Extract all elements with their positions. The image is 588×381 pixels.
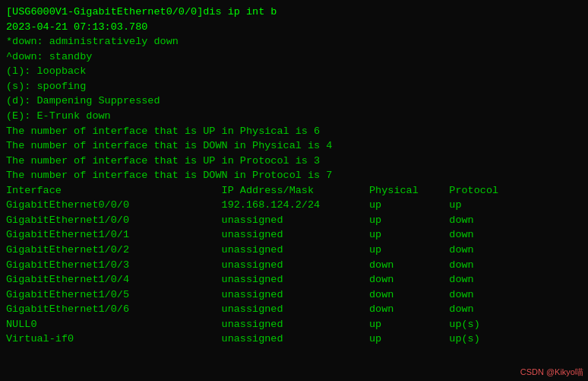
terminal-line: 2023-04-21 07:13:03.780: [6, 20, 582, 35]
terminal-line: The number of interface that is UP in Ph…: [6, 124, 582, 139]
terminal-line: GigabitEthernet1/0/6 unassigned down dow…: [6, 302, 582, 317]
terminal-line: NULL0 unassigned up up(s): [6, 317, 582, 332]
terminal-line: GigabitEthernet1/0/1 unassigned up down: [6, 227, 582, 243]
terminal-line: GigabitEthernet0/0/0 192.168.124.2/24 up…: [6, 198, 582, 213]
terminal-line: (d): Dampening Suppressed: [6, 94, 582, 109]
terminal-line: The number of interface that is DOWN in …: [6, 138, 582, 154]
terminal-line: Interface IP Address/Mask Physical Proto…: [6, 183, 582, 198]
terminal-line: GigabitEthernet1/0/5 unassigned down dow…: [6, 287, 582, 303]
terminal-line: [USG6000V1-GigabitEthernet0/0/0]dis ip i…: [6, 5, 582, 20]
terminal-line: (s): spoofing: [6, 79, 582, 94]
terminal-line: GigabitEthernet1/0/3 unassigned down dow…: [6, 258, 582, 273]
terminal-line: (l): loopback: [6, 64, 582, 79]
terminal-output: [USG6000V1-GigabitEthernet0/0/0]dis ip i…: [6, 5, 582, 347]
terminal-line: The number of interface that is DOWN in …: [6, 168, 582, 183]
watermark: CSDN @Kikyo喵: [520, 367, 583, 378]
terminal-line: (E): E-Trunk down: [6, 109, 582, 124]
terminal-line: GigabitEthernet1/0/0 unassigned up down: [6, 213, 582, 228]
terminal-window: [USG6000V1-GigabitEthernet0/0/0]dis ip i…: [0, 0, 588, 381]
terminal-line: The number of interface that is UP in Pr…: [6, 154, 582, 169]
watermark-site: CSDN: [520, 367, 544, 376]
terminal-line: ^down: standby: [6, 49, 582, 65]
terminal-line: *down: administratively down: [6, 34, 582, 49]
terminal-line: Virtual-if0 unassigned up up(s): [6, 332, 582, 347]
terminal-line: GigabitEthernet1/0/4 unassigned down dow…: [6, 272, 582, 287]
terminal-line: GigabitEthernet1/0/2 unassigned up down: [6, 243, 582, 258]
watermark-user: @Kikyo喵: [546, 367, 583, 376]
